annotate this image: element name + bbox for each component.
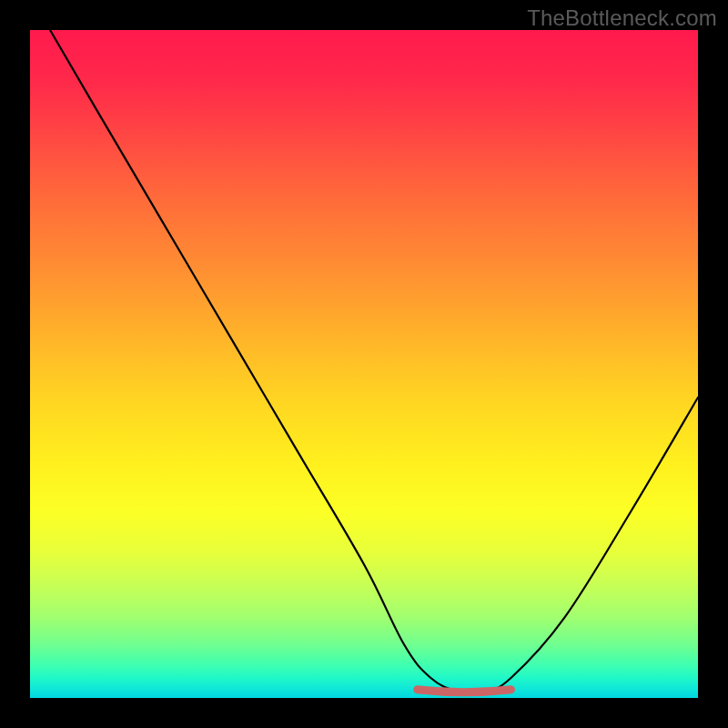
plot-area: [30, 30, 698, 698]
bottleneck-curve-path: [50, 30, 698, 693]
watermark-text: TheBottleneck.com: [527, 5, 717, 31]
optimum-flat-segment: [418, 690, 511, 693]
bottleneck-curve-svg: [30, 30, 698, 698]
